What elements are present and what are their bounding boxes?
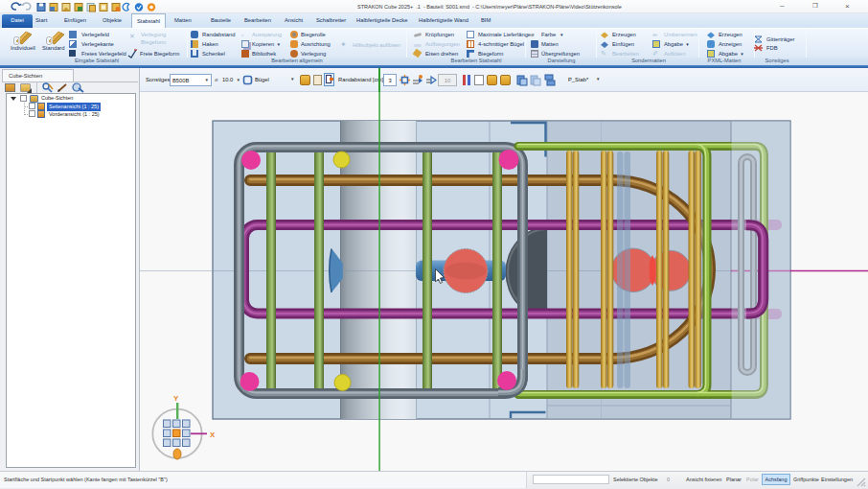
svg-text:Y: Y [173,394,179,403]
svg-text:X: X [210,431,216,439]
